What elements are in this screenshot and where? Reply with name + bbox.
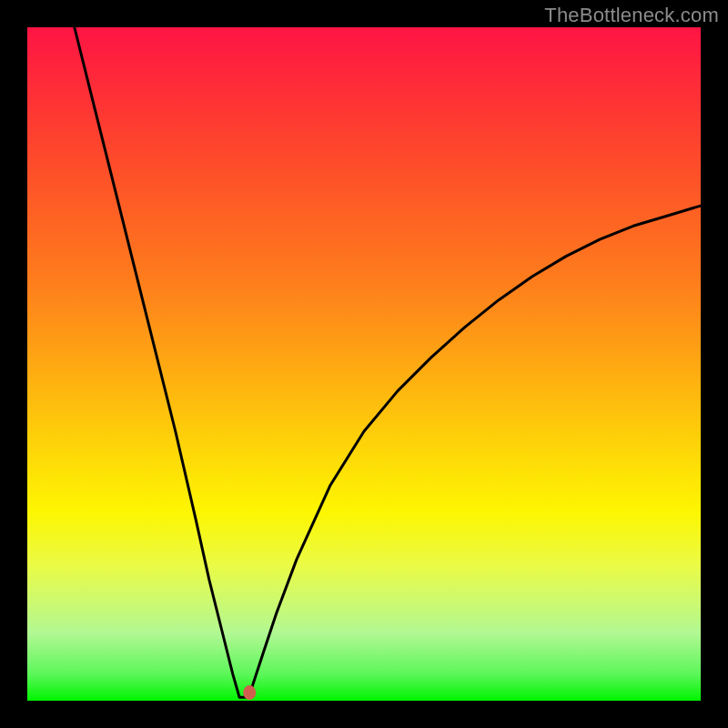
min-marker-dot [243, 685, 256, 700]
curve-line [75, 27, 701, 697]
chart-frame: TheBottleneck.com [0, 0, 728, 728]
watermark-text: TheBottleneck.com [544, 4, 719, 27]
plot-area [27, 27, 701, 701]
chart-svg [27, 27, 701, 701]
